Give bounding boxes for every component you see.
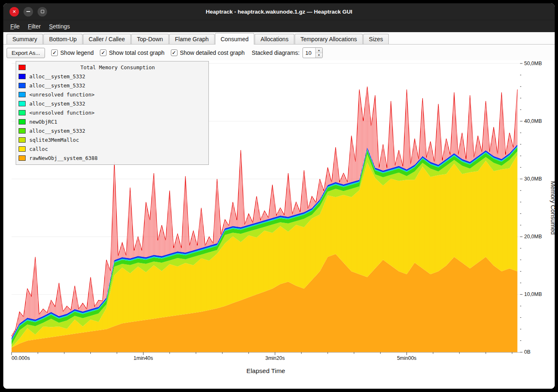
- x-tick-label: 1min40s: [134, 355, 153, 361]
- menu-settings[interactable]: Settings: [45, 21, 74, 31]
- tab-allocations[interactable]: Allocations: [255, 34, 294, 44]
- legend-entry: alloc__system_5332: [19, 81, 206, 90]
- checkbox-label: Show detailed cost graph: [180, 49, 245, 56]
- legend-title-row: Total Memory Consumption: [19, 63, 206, 72]
- stacked-diagrams-value: 10: [303, 48, 315, 58]
- stacked-diagrams-spinbox[interactable]: 10 ▲ ▼: [303, 47, 323, 58]
- x-axis-title: Elapsed Time: [246, 367, 285, 374]
- chart-legend: Total Memory Consumptionalloc__system_53…: [16, 61, 209, 165]
- spin-up-button[interactable]: ▲: [316, 48, 322, 53]
- legend-entry: rawNewObj__system_6388: [19, 153, 206, 162]
- legend-entry-label: <unresolved function>: [29, 92, 95, 98]
- heaptrack-window: ✕ Heaptrack - heaptrack.wakunode.1.gz — …: [3, 3, 555, 389]
- menu-file[interactable]: File: [7, 21, 24, 31]
- legend-entry: <unresolved function>: [19, 108, 206, 117]
- tab-temporary-allocations[interactable]: Temporary Allocations: [295, 34, 363, 44]
- legend-entry-label: <unresolved function>: [29, 110, 95, 116]
- y-tick-label: 30,0MB: [524, 176, 542, 182]
- close-button[interactable]: ✕: [9, 7, 19, 16]
- legend-entry-label: rawNewObj__system_6388: [29, 155, 98, 161]
- legend-swatch-icon: [19, 92, 26, 97]
- window-controls: ✕: [9, 3, 47, 20]
- checkbox-label: Show total cost graph: [109, 49, 165, 56]
- tab-top-down[interactable]: Top-Down: [131, 34, 169, 44]
- legend-entry-label: alloc__system_5332: [29, 82, 85, 89]
- y-tick-label: 20,0MB: [524, 234, 542, 239]
- legend-swatch-icon: [19, 101, 26, 106]
- legend-entry: <unresolved function>: [19, 90, 206, 99]
- legend-entry: alloc__system_5332: [19, 126, 206, 135]
- legend-entry-label: alloc__system_5332: [29, 101, 85, 107]
- legend-swatch-icon: [19, 119, 26, 124]
- legend-swatch-icon: [19, 146, 26, 152]
- window-title: Heaptrack - heaptrack.wakunode.1.gz — He…: [3, 9, 555, 15]
- toolbar-checkboxes: ✓Show legend✓Show total cost graph✓Show …: [51, 49, 245, 56]
- x-tick-label: 3min20s: [265, 355, 285, 361]
- checkbox-label: Show legend: [60, 49, 94, 56]
- legend-entry-label: calloc: [29, 146, 48, 152]
- y-tick-label: 50,0MB: [524, 61, 542, 66]
- y-tick-label: 10,0MB: [524, 291, 542, 297]
- spinbox-buttons: ▲ ▼: [315, 48, 322, 58]
- tab-caller-callee[interactable]: Caller / Callee: [83, 34, 131, 44]
- tab-consumed[interactable]: Consumed: [215, 33, 255, 45]
- legend-swatch-icon: [19, 128, 26, 134]
- x-tick-label: 00.000s: [12, 355, 30, 361]
- legend-swatch-icon: [19, 110, 26, 115]
- minimize-icon: [26, 11, 30, 12]
- legend-title: Total Memory Consumption: [29, 64, 206, 70]
- tab-bar: SummaryBottom-UpCaller / CalleeTop-DownF…: [3, 32, 555, 45]
- minimize-button[interactable]: [24, 7, 33, 16]
- titlebar[interactable]: ✕ Heaptrack - heaptrack.wakunode.1.gz — …: [3, 3, 555, 20]
- legend-entry: calloc: [19, 144, 206, 153]
- checkbox-show-total-cost-graph[interactable]: ✓Show total cost graph: [100, 49, 165, 56]
- y-tick-label: 40,0MB: [524, 118, 542, 124]
- checkbox-mark-icon: ✓: [100, 49, 106, 56]
- legend-entry: alloc__system_5332: [19, 99, 206, 108]
- legend-entry: sqlite3MemMalloc: [19, 135, 206, 144]
- y-axis-title: Memory Consumed: [550, 181, 555, 235]
- legend-entry-label: alloc__system_5332: [29, 128, 85, 134]
- chart-area: 0B10,0MB20,0MB30,0MB40,0MB50,0MB00.000s1…: [3, 60, 555, 389]
- legend-swatch-icon: [19, 83, 26, 88]
- checkbox-mark-icon: ✓: [171, 49, 177, 56]
- y-tick-label: 0B: [524, 349, 530, 355]
- legend-entry-label: sqlite3MemMalloc: [29, 137, 79, 143]
- maximize-icon: [41, 10, 44, 13]
- legend-entry-label: alloc__system_5332: [29, 73, 85, 80]
- export-as-button[interactable]: Export As...: [7, 48, 45, 58]
- checkbox-show-detailed-cost-graph[interactable]: ✓Show detailed cost graph: [171, 49, 245, 56]
- tab-sizes[interactable]: Sizes: [363, 34, 389, 44]
- legend-swatch-icon: [19, 155, 26, 161]
- menubar: FileFilterSettings: [3, 20, 555, 32]
- stacked-diagrams-label: Stacked diagrams:: [252, 49, 300, 56]
- toolbar: Export As... ✓Show legend✓Show total cos…: [3, 45, 555, 60]
- checkbox-mark-icon: ✓: [51, 49, 58, 56]
- legend-entry: newObjRC1: [19, 117, 206, 126]
- maximize-button[interactable]: [38, 7, 47, 16]
- tab-bottom-up[interactable]: Bottom-Up: [43, 34, 83, 44]
- legend-swatch-total: [19, 65, 26, 70]
- legend-entry: alloc__system_5332: [19, 72, 206, 81]
- menu-filter[interactable]: Filter: [24, 21, 45, 31]
- spin-down-button[interactable]: ▼: [316, 53, 322, 58]
- x-tick-label: 5min00s: [397, 355, 416, 361]
- tab-summary[interactable]: Summary: [7, 34, 43, 44]
- close-icon: ✕: [12, 9, 16, 14]
- checkbox-show-legend[interactable]: ✓Show legend: [51, 49, 94, 56]
- legend-swatch-icon: [19, 74, 26, 79]
- legend-swatch-icon: [19, 137, 26, 143]
- tab-flame-graph[interactable]: Flame Graph: [169, 34, 215, 44]
- legend-entry-label: newObjRC1: [29, 119, 57, 125]
